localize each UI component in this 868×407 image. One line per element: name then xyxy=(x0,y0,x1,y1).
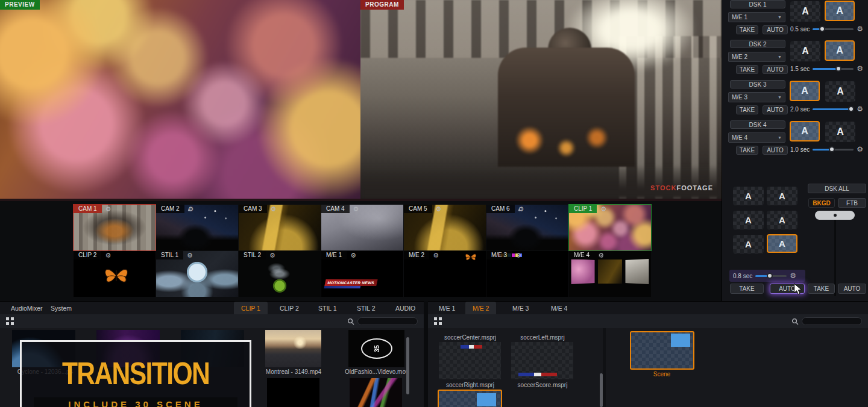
dsk1-auto-button[interactable]: AUTO xyxy=(763,25,788,34)
transition-style-5[interactable]: A xyxy=(733,235,764,253)
cam2-gear-icon[interactable]: ⚙ xyxy=(188,206,194,213)
me2-gear-icon[interactable]: ⚙ xyxy=(433,252,439,259)
transition-take-button[interactable]: TAKE xyxy=(730,284,764,294)
dsk4-title-button[interactable]: DSK 4 xyxy=(730,120,785,129)
project-thumb-soccerright-selected[interactable] xyxy=(438,390,502,407)
ftb-button[interactable]: FTB xyxy=(838,198,866,208)
dsk3-slot-b[interactable]: A xyxy=(825,81,855,102)
dsk4-settings-gear-icon[interactable]: ⚙ xyxy=(857,146,863,153)
dsk3-source-dropdown[interactable]: M/E 3▼ xyxy=(728,92,785,102)
tab-stil2[interactable]: STIL 2 xyxy=(350,302,383,315)
dsk4-duration-slider[interactable] xyxy=(813,149,854,151)
tbar-fader-handle[interactable] xyxy=(815,211,855,220)
grid-view-icon[interactable] xyxy=(6,317,14,325)
dsk2-auto-button[interactable]: AUTO xyxy=(763,65,788,74)
tab-me3[interactable]: M/E 3 xyxy=(505,302,536,315)
source-tile-me2[interactable]: M/E 2⚙ xyxy=(404,251,486,297)
dsk2-slot-b-active[interactable]: A xyxy=(825,40,855,61)
dsk4-slot-b[interactable]: A xyxy=(825,122,855,142)
transition-settings-gear-icon[interactable]: ⚙ xyxy=(790,272,796,279)
clip-search-input[interactable] xyxy=(357,317,418,325)
clip2-gear-icon[interactable]: ⚙ xyxy=(105,252,111,259)
source-tile-cam3[interactable]: CAM 3⚙ xyxy=(239,205,321,250)
source-tile-me4[interactable]: M/E 4⚙ xyxy=(569,251,651,297)
dsk1-slot-b-active[interactable]: A xyxy=(825,1,855,21)
source-tile-cam6[interactable]: CAM 6⚙ xyxy=(486,205,568,250)
dsk2-source-dropdown[interactable]: M/E 2▼ xyxy=(728,52,785,62)
master-auto-button[interactable]: AUTO xyxy=(838,284,866,294)
dsk2-take-button[interactable]: TAKE xyxy=(736,65,758,74)
dsk4-source-dropdown[interactable]: M/E 4▼ xyxy=(728,132,785,143)
transition-style-2[interactable]: A xyxy=(767,187,797,205)
cam3-gear-icon[interactable]: ⚙ xyxy=(271,206,277,213)
scene-item-selected[interactable] xyxy=(630,331,694,370)
source-tile-clip1[interactable]: CLIP 1⚙ xyxy=(569,205,651,250)
clip1-gear-icon[interactable]: ⚙ xyxy=(600,206,606,213)
dsk4-take-button[interactable]: TAKE xyxy=(736,146,758,155)
dsk4-slot-a-active[interactable]: A xyxy=(790,121,820,141)
cam1-gear-icon[interactable]: ⚙ xyxy=(105,206,112,213)
cam4-gear-icon[interactable]: ⚙ xyxy=(353,206,359,213)
source-tile-cam2[interactable]: CAM 2⚙ xyxy=(156,205,238,250)
file-thumb-oldfashion[interactable]: 35 xyxy=(348,330,404,367)
master-take-button[interactable]: TAKE xyxy=(808,284,835,294)
dsk3-title-button[interactable]: DSK 3 xyxy=(730,80,785,89)
dsk3-settings-gear-icon[interactable]: ⚙ xyxy=(857,105,863,113)
file-thumb-streaks[interactable] xyxy=(350,378,402,407)
dsk1-take-button[interactable]: TAKE xyxy=(736,25,758,34)
file-thumb-montreal[interactable] xyxy=(265,330,321,367)
dsk1-title-button[interactable]: DSK 1 xyxy=(730,0,785,8)
dsk1-source-dropdown[interactable]: M/E 1▼ xyxy=(728,12,785,22)
transition-style-1[interactable]: A xyxy=(733,187,764,205)
source-tile-cam1[interactable]: CAM 1⚙ xyxy=(74,205,156,250)
tab-me1[interactable]: M/E 1 xyxy=(432,302,462,315)
tab-clip1-active[interactable]: CLIP 1 xyxy=(234,302,268,315)
source-tile-clip2[interactable]: CLIP 2⚙ xyxy=(74,251,156,297)
tab-stil1[interactable]: STIL 1 xyxy=(311,302,344,315)
cam6-gear-icon[interactable]: ⚙ xyxy=(518,206,524,213)
stil2-gear-icon[interactable]: ⚙ xyxy=(269,252,275,259)
dsk3-duration-slider[interactable] xyxy=(813,108,854,110)
dsk1-duration-slider[interactable] xyxy=(813,28,854,30)
clip-browser-scrollbar[interactable] xyxy=(406,337,409,394)
stil1-gear-icon[interactable]: ⚙ xyxy=(187,252,193,259)
dsk3-auto-button[interactable]: AUTO xyxy=(763,105,788,114)
tab-clip2[interactable]: CLIP 2 xyxy=(272,302,306,315)
source-tile-me1[interactable]: MOTIONCASTER NEWS M/E 1⚙ xyxy=(321,251,403,297)
tab-system[interactable]: System xyxy=(43,302,79,315)
dsk2-settings-gear-icon[interactable]: ⚙ xyxy=(857,65,863,72)
dsk2-slot-a[interactable]: A xyxy=(790,41,820,61)
dsk1-settings-gear-icon[interactable]: ⚙ xyxy=(857,25,863,33)
dsk1-slot-a[interactable]: A xyxy=(790,1,820,22)
me1-gear-icon[interactable]: ⚙ xyxy=(350,252,356,259)
dsk3-slot-a-active[interactable]: A xyxy=(790,81,820,101)
dsk4-auto-button[interactable]: AUTO xyxy=(763,146,788,155)
transition-duration-slider[interactable] xyxy=(755,275,787,277)
me-browser-toolbar xyxy=(428,314,868,328)
dsk-all-button[interactable]: DSK ALL xyxy=(808,184,866,193)
cam5-gear-icon[interactable]: ⚙ xyxy=(436,206,442,213)
tab-me2-active[interactable]: M/E 2 xyxy=(465,302,496,315)
grid-view-icon[interactable] xyxy=(434,317,442,325)
source-tile-cam4[interactable]: CAM 4⚙ xyxy=(321,205,403,250)
project-thumb-soccerleft[interactable] xyxy=(511,342,573,379)
preview-badge: PREVIEW xyxy=(0,0,40,10)
dsk3-take-button[interactable]: TAKE xyxy=(736,105,758,114)
transition-style-6-active[interactable]: A xyxy=(767,234,797,253)
source-tile-stil1[interactable]: STIL 1⚙ xyxy=(156,251,238,297)
dsk2-title-button[interactable]: DSK 2 xyxy=(730,40,785,48)
transition-style-4[interactable]: A xyxy=(767,211,797,229)
tab-me4[interactable]: M/E 4 xyxy=(544,302,574,315)
tab-audio[interactable]: AUDIO xyxy=(388,302,423,315)
source-tile-cam5[interactable]: CAM 5⚙ xyxy=(404,205,486,250)
me3-gear-icon[interactable]: ⚙ xyxy=(515,252,521,259)
source-tile-me3[interactable]: M/E 3⚙ xyxy=(486,251,568,297)
source-tile-stil2[interactable]: STIL 2⚙ xyxy=(239,251,321,297)
transition-style-3[interactable]: A xyxy=(733,211,764,229)
dsk2-duration-slider[interactable] xyxy=(813,68,854,70)
me-search-input[interactable] xyxy=(802,317,862,325)
bkgd-button[interactable]: BKGD xyxy=(808,198,835,208)
project-thumb-soccercenter[interactable] xyxy=(439,342,501,379)
me4-gear-icon[interactable]: ⚙ xyxy=(598,252,604,259)
file-thumb-turntable[interactable] xyxy=(267,378,319,407)
